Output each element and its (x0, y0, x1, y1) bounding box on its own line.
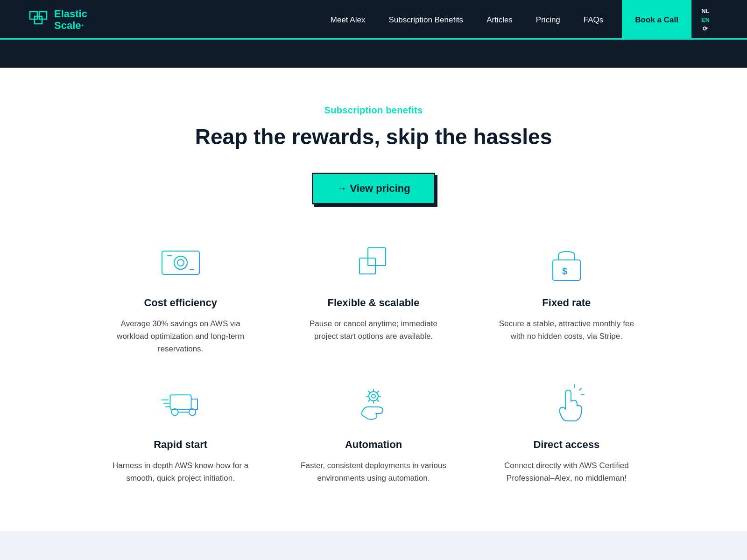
automation-title: Automation (345, 439, 402, 451)
logo[interactable]: Elastic Scale· (28, 8, 87, 31)
svg-line-22 (579, 388, 581, 390)
cost-efficiency-desc: Average 30% savings on AWS via workload … (106, 317, 255, 356)
svg-point-14 (189, 409, 196, 415)
svg-point-4 (174, 256, 187, 269)
svg-rect-1 (35, 16, 42, 24)
view-pricing-button[interactable]: → View pricing (312, 173, 435, 204)
hand-click-icon (545, 384, 587, 426)
automation-desc: Faster, consistent deployments in variou… (299, 459, 448, 484)
svg-rect-8 (368, 248, 386, 266)
lang-nl[interactable]: NL (701, 7, 709, 14)
section-heading: Reap the rewards, skip the hassles (28, 124, 719, 149)
navbar: Elastic Scale· Meet Alex Subscription Be… (0, 0, 747, 40)
lang-en[interactable]: EN (701, 16, 710, 23)
nav-links: Meet Alex Subscription Benefits Articles… (331, 15, 604, 25)
svg-point-19 (369, 392, 378, 401)
benefits-grid: Cost efficiency Average 30% savings on A… (93, 242, 654, 484)
benefit-direct-access: Direct access Connect directly with AWS … (479, 384, 654, 484)
language-switcher: NL EN ⟳ (691, 0, 719, 40)
truck-icon (160, 384, 202, 426)
svg-rect-2 (39, 12, 47, 19)
cost-efficiency-title: Cost efficiency (144, 297, 217, 309)
direct-access-desc: Connect directly with AWS Certified Prof… (492, 459, 641, 484)
svg-rect-3 (162, 251, 199, 274)
nav-articles[interactable]: Articles (486, 15, 513, 24)
svg-rect-0 (30, 12, 37, 19)
fixed-rate-desc: Secure a stable, attractive monthly fee … (492, 317, 641, 343)
benefit-flexible-scalable: Flexible & scalable Pause or cancel anyt… (286, 242, 460, 356)
svg-point-13 (171, 409, 178, 415)
globe-icon[interactable]: ⟳ (703, 25, 708, 32)
benefit-fixed-rate: $ Fixed rate Secure a stable, attractive… (479, 242, 654, 356)
logo-text: Elastic Scale· (54, 8, 87, 31)
hero-strip (0, 40, 747, 68)
nav-pricing[interactable]: Pricing (536, 15, 560, 24)
main-content: Subscription benefits Reap the rewards, … (0, 68, 747, 531)
section-label: Subscription benefits (28, 105, 719, 116)
logo-icon (28, 10, 49, 30)
squares-icon (352, 242, 395, 284)
book-call-button[interactable]: Book a Call (622, 0, 691, 40)
svg-point-20 (372, 394, 375, 398)
nav-faqs[interactable]: FAQs (584, 15, 604, 24)
svg-rect-12 (170, 395, 191, 409)
benefit-rapid-start: Rapid start Harness in-depth AWS know-ho… (93, 384, 268, 484)
footer-strip (0, 531, 747, 560)
flexible-scalable-title: Flexible & scalable (328, 297, 420, 309)
nav-meet-alex[interactable]: Meet Alex (331, 15, 366, 24)
flexible-scalable-desc: Pause or cancel anytime; immediate proje… (299, 317, 448, 343)
rapid-start-desc: Harness in-depth AWS know-how for a smoo… (106, 459, 255, 484)
benefit-automation: Automation Faster, consistent deployment… (286, 384, 460, 484)
nav-subscription-benefits[interactable]: Subscription Benefits (388, 15, 463, 24)
svg-point-5 (177, 259, 184, 266)
rapid-start-title: Rapid start (154, 439, 207, 451)
svg-text:$: $ (562, 266, 567, 276)
gear-hand-icon (352, 384, 395, 426)
lock-dollar-icon: $ (545, 242, 587, 284)
benefit-cost-efficiency: Cost efficiency Average 30% savings on A… (93, 242, 268, 356)
direct-access-title: Direct access (533, 439, 599, 451)
money-icon (160, 242, 202, 284)
fixed-rate-title: Fixed rate (542, 297, 591, 309)
